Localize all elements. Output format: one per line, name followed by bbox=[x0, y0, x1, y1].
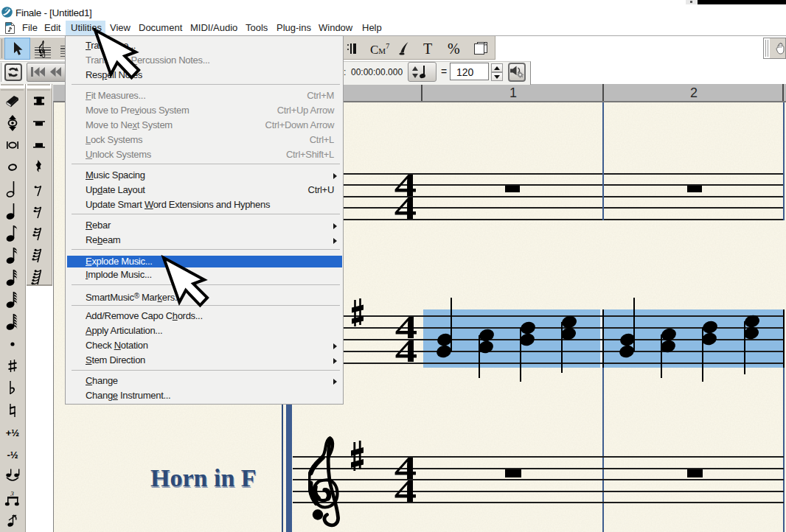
svg-text:+½: +½ bbox=[6, 427, 20, 438]
svg-text:3: 3 bbox=[10, 490, 14, 497]
svg-text:-½: -½ bbox=[7, 449, 18, 461]
